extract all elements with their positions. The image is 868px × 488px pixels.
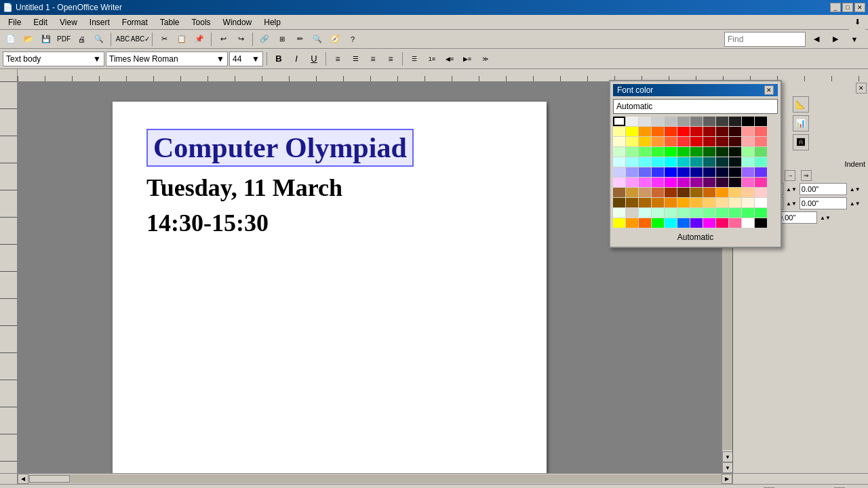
color-cell[interactable] bbox=[690, 137, 703, 146]
underline-button[interactable]: U bbox=[306, 52, 322, 66]
panel-icon-1[interactable]: 📐 bbox=[793, 96, 809, 113]
color-cell[interactable] bbox=[626, 208, 638, 218]
redo-btn[interactable]: ↪ bbox=[233, 32, 249, 47]
color-cell[interactable] bbox=[690, 218, 703, 228]
color-cell[interactable] bbox=[755, 188, 767, 197]
color-cell[interactable] bbox=[677, 178, 690, 187]
color-cell[interactable] bbox=[652, 178, 664, 187]
bold-button[interactable]: B bbox=[271, 52, 287, 66]
more-fmt-btn[interactable]: ≫ bbox=[477, 52, 493, 66]
color-cell[interactable] bbox=[703, 178, 715, 187]
color-cell[interactable] bbox=[703, 167, 715, 177]
menu-file[interactable]: File bbox=[3, 16, 26, 28]
color-cell[interactable] bbox=[729, 188, 741, 197]
color-cell[interactable] bbox=[613, 188, 625, 197]
numbering-btn[interactable]: 1≡ bbox=[424, 52, 440, 66]
color-cell[interactable] bbox=[690, 208, 703, 218]
color-cell[interactable] bbox=[729, 208, 741, 218]
indent-btn[interactable]: ▶≡ bbox=[459, 52, 475, 66]
line-spin[interactable]: ▲▼ bbox=[820, 215, 831, 221]
color-cell[interactable] bbox=[613, 178, 625, 187]
color-cell[interactable] bbox=[690, 117, 703, 126]
panel-close-btn[interactable]: ✕ bbox=[856, 83, 867, 94]
find-btn[interactable]: 🔍 bbox=[309, 32, 326, 47]
outdent-btn[interactable]: ◀≡ bbox=[441, 52, 458, 66]
color-cell[interactable] bbox=[652, 137, 664, 146]
color-cell[interactable] bbox=[690, 157, 703, 167]
color-cell[interactable] bbox=[652, 167, 664, 177]
color-cell[interactable] bbox=[639, 117, 651, 126]
color-cell[interactable] bbox=[703, 198, 715, 207]
color-cell[interactable] bbox=[613, 208, 625, 218]
color-cell[interactable] bbox=[690, 147, 703, 157]
color-cell[interactable] bbox=[755, 167, 767, 177]
color-cell[interactable] bbox=[742, 178, 754, 187]
color-cell[interactable] bbox=[742, 117, 754, 126]
color-cell[interactable] bbox=[690, 167, 703, 177]
color-cell[interactable] bbox=[742, 188, 754, 197]
color-cell[interactable] bbox=[652, 208, 664, 218]
color-cell[interactable] bbox=[665, 117, 677, 126]
color-cell[interactable] bbox=[677, 198, 690, 207]
h-scroll-thumb[interactable] bbox=[29, 475, 70, 483]
color-cell[interactable] bbox=[703, 137, 715, 146]
menu-tools[interactable]: Tools bbox=[186, 16, 216, 28]
color-cell[interactable] bbox=[677, 117, 690, 126]
color-cell[interactable] bbox=[677, 208, 690, 218]
color-cell[interactable] bbox=[652, 147, 664, 157]
color-cell[interactable] bbox=[613, 157, 625, 167]
menu-table[interactable]: Table bbox=[155, 16, 185, 28]
color-cell[interactable] bbox=[755, 208, 767, 218]
color-cell[interactable] bbox=[677, 137, 690, 146]
find-more-btn[interactable]: ▼ bbox=[846, 32, 863, 47]
table-btn[interactable]: ⊞ bbox=[274, 32, 290, 47]
font-dropdown[interactable]: Times New Roman ▼ bbox=[106, 52, 228, 66]
color-cell[interactable] bbox=[716, 157, 728, 167]
copy-btn[interactable]: 📋 bbox=[174, 32, 190, 47]
color-cell[interactable] bbox=[665, 157, 677, 167]
minimize-button[interactable]: _ bbox=[830, 3, 841, 12]
color-cell[interactable] bbox=[613, 117, 625, 126]
color-cell[interactable] bbox=[639, 218, 651, 228]
color-cell[interactable] bbox=[626, 137, 638, 146]
color-cell[interactable] bbox=[677, 157, 690, 167]
color-cell[interactable] bbox=[729, 157, 741, 167]
color-cell[interactable] bbox=[626, 157, 638, 167]
new-btn[interactable]: 📄 bbox=[3, 32, 19, 47]
color-cell[interactable] bbox=[639, 147, 651, 157]
color-cell[interactable] bbox=[639, 137, 651, 146]
indent-above-spin[interactable]: ▲▼ bbox=[850, 186, 861, 192]
color-cell[interactable] bbox=[703, 117, 715, 126]
color-cell[interactable] bbox=[652, 198, 664, 207]
color-cell[interactable] bbox=[742, 218, 754, 228]
color-cell[interactable] bbox=[755, 117, 767, 126]
print-btn[interactable]: 🖨 bbox=[73, 32, 90, 47]
color-cell[interactable] bbox=[755, 218, 767, 228]
color-name-input[interactable] bbox=[613, 99, 778, 114]
color-cell[interactable] bbox=[703, 218, 715, 228]
size-dropdown[interactable]: 44 ▼ bbox=[229, 52, 263, 66]
indent-above-input[interactable] bbox=[800, 183, 847, 195]
color-cell[interactable] bbox=[639, 167, 651, 177]
panel-icon-3[interactable]: 🅰 bbox=[793, 134, 809, 150]
scroll-down2-btn[interactable]: ▼ bbox=[722, 462, 732, 473]
color-cell[interactable] bbox=[677, 167, 690, 177]
extension-btn[interactable]: ⬇ bbox=[849, 15, 865, 30]
scroll-down-btn[interactable]: ▼ bbox=[722, 451, 732, 462]
preview-btn[interactable]: 🔍 bbox=[91, 32, 107, 47]
spellcheck-btn[interactable]: ABC bbox=[115, 32, 131, 47]
popup-close-btn[interactable]: ✕ bbox=[764, 85, 774, 95]
color-cell[interactable] bbox=[755, 147, 767, 157]
color-cell[interactable] bbox=[626, 188, 638, 197]
show-draw-btn[interactable]: ✏ bbox=[292, 32, 308, 47]
color-cell[interactable] bbox=[665, 137, 677, 146]
color-cell[interactable] bbox=[716, 198, 728, 207]
color-cell[interactable] bbox=[690, 198, 703, 207]
color-cell[interactable] bbox=[716, 167, 728, 177]
color-cell[interactable] bbox=[716, 137, 728, 146]
color-cell[interactable] bbox=[742, 157, 754, 167]
color-cell[interactable] bbox=[716, 178, 728, 187]
color-cell[interactable] bbox=[626, 178, 638, 187]
color-cell[interactable] bbox=[665, 218, 677, 228]
color-cell[interactable] bbox=[665, 178, 677, 187]
